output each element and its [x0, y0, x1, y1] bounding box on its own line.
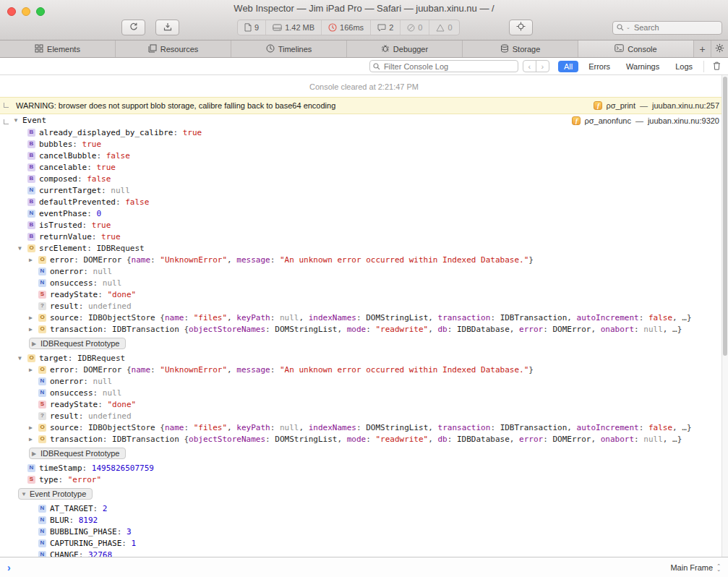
tree-row[interactable]: BreturnValue: true: [0, 231, 728, 242]
prototype-pill[interactable]: ▶IDBRequest Prototype: [29, 338, 126, 349]
tree-row[interactable]: NCHANGE: 32768: [0, 549, 728, 557]
tree-row[interactable]: SreadyState: "done": [0, 398, 728, 410]
tree-row[interactable]: NtimeStamp: 1495826507759: [0, 462, 728, 474]
collapse-triangle-icon[interactable]: ▼: [18, 355, 27, 362]
scope-logs[interactable]: Logs: [669, 61, 698, 72]
value-punct: , …}: [663, 435, 682, 444]
tab-timelines[interactable]: Timelines: [231, 40, 347, 57]
prototype-pill[interactable]: ▶IDBRequest Prototype: [29, 448, 126, 459]
filter-console-field[interactable]: [369, 60, 518, 72]
element-picker-button[interactable]: [509, 20, 533, 35]
tree-row[interactable]: Balready_displayed_by_calibre: true: [0, 127, 728, 138]
tab-label: Console: [628, 45, 656, 54]
tree-row[interactable]: BcancelBubble: false: [0, 150, 728, 161]
stat-errors[interactable]: 0: [401, 20, 429, 35]
tree-row[interactable]: ▶Osource: IDBObjectStore {name: "files",…: [0, 312, 728, 323]
prototype-row[interactable]: ▶IDBRequest Prototype: [0, 335, 728, 352]
tree-row[interactable]: ▶Oerror: DOMError {name: "UnknownError",…: [0, 364, 728, 375]
reload-button[interactable]: [121, 20, 145, 35]
console-warning-message[interactable]: WARNING: browser does not support blob s…: [0, 97, 728, 114]
collapse-triangle-icon[interactable]: ▼: [21, 491, 29, 497]
value-key: db: [438, 435, 447, 444]
source-location-link[interactable]: juuban.xinu.nu:257: [652, 101, 719, 110]
toolbar-search-field[interactable]: ⌄: [612, 21, 722, 35]
chevron-right-icon: ›: [541, 62, 544, 71]
expand-triangle-icon[interactable]: ▶: [29, 257, 38, 263]
tree-row[interactable]: Bbubbles: true: [0, 138, 728, 150]
stat-console-messages[interactable]: 2: [371, 20, 401, 35]
frame-selector[interactable]: Main Frame ⌃⌄: [670, 563, 721, 572]
tree-row[interactable]: ▶Otransaction: IDBTransaction {objectSto…: [0, 433, 728, 445]
tree-row[interactable]: NcurrentTarget: null: [0, 184, 728, 196]
close-window-button[interactable]: [7, 7, 16, 16]
prototype-row[interactable]: ▶IDBRequest Prototype: [0, 445, 728, 462]
tree-row[interactable]: ?result: undefined: [0, 410, 728, 422]
tree-row[interactable]: NAT_TARGET: 2: [0, 503, 728, 514]
expand-triangle-icon[interactable]: ▶: [29, 424, 38, 431]
search-input[interactable]: [633, 22, 718, 33]
console-prompt-input[interactable]: [15, 562, 671, 573]
search-icon: [617, 21, 624, 34]
tree-row[interactable]: BdefaultPrevented: false: [0, 196, 728, 208]
stat-warnings[interactable]: 0: [429, 20, 458, 35]
tab-console[interactable]: Console: [578, 40, 694, 57]
value-obj: DOMStringList: [275, 325, 337, 334]
tree-row[interactable]: Nonerror: null: [0, 265, 728, 277]
expand-triangle-icon[interactable]: ▶: [32, 341, 40, 347]
new-tab-button[interactable]: +: [694, 40, 711, 57]
tree-row[interactable]: ▼Otarget: IDBRequest: [0, 352, 728, 364]
filter-console-input[interactable]: [382, 61, 515, 72]
settings-button[interactable]: [711, 40, 728, 57]
tree-row[interactable]: ▶Oerror: DOMError {name: "UnknownError",…: [0, 254, 728, 265]
tree-row[interactable]: Bcancelable: true: [0, 161, 728, 173]
collapse-triangle-icon[interactable]: ▼: [13, 117, 22, 124]
value-bool: true: [92, 221, 111, 230]
previous-message-button[interactable]: ‹: [523, 61, 536, 72]
tab-elements[interactable]: Elements: [0, 40, 116, 57]
prototype-pill[interactable]: ▼Event Prototype: [18, 488, 93, 500]
expand-triangle-icon[interactable]: ▶: [29, 315, 38, 321]
source-location-link[interactable]: juuban.xinu.nu:9320: [648, 116, 719, 125]
scope-errors[interactable]: Errors: [583, 61, 616, 72]
collapse-triangle-icon[interactable]: ▼: [18, 245, 27, 252]
tree-row[interactable]: NCAPTURING_PHASE: 1: [0, 537, 728, 549]
expand-triangle-icon[interactable]: ▶: [29, 436, 38, 443]
tree-row[interactable]: Nonsuccess: null: [0, 277, 728, 288]
tree-row[interactable]: SreadyState: "done": [0, 288, 728, 300]
tree-row[interactable]: ▶Otransaction: IDBTransaction {objectSto…: [0, 323, 728, 335]
tree-row[interactable]: Stype: "error": [0, 474, 728, 485]
download-button[interactable]: [155, 20, 179, 35]
scrollbar-thumb[interactable]: [723, 77, 727, 356]
tree-row[interactable]: NBLUR: 8192: [0, 514, 728, 526]
stat-transfer-size[interactable]: 1.42 MB: [266, 20, 322, 35]
next-message-button[interactable]: ›: [536, 61, 549, 72]
expand-triangle-icon[interactable]: ▶: [29, 367, 38, 373]
console-prompt-bar: › Main Frame ⌃⌄: [0, 557, 728, 577]
tree-row[interactable]: NBUBBLING_PHASE: 3: [0, 526, 728, 537]
value-num: 8192: [79, 516, 98, 525]
scope-all[interactable]: All: [558, 61, 578, 72]
tree-row[interactable]: NeventPhase: 0: [0, 208, 728, 219]
tab-resources[interactable]: Resources: [116, 40, 231, 57]
zoom-window-button[interactable]: [36, 7, 45, 16]
expand-triangle-icon[interactable]: ▶: [32, 450, 40, 457]
tab-debugger[interactable]: Debugger: [347, 40, 463, 57]
vertical-scrollbar[interactable]: [721, 75, 728, 557]
minimize-window-button[interactable]: [22, 7, 30, 16]
tree-row[interactable]: Bcomposed: false: [0, 173, 728, 184]
console-event-message[interactable]: ▼ Event f ρσ_anonfunc — juuban.xinu.nu:9…: [0, 114, 728, 127]
tree-row[interactable]: ▼OsrcElement: IDBRequest: [0, 242, 728, 254]
stat-load-time[interactable]: 166ms: [322, 20, 371, 35]
tree-row[interactable]: BisTrusted: true: [0, 219, 728, 231]
tree-row[interactable]: ?result: undefined: [0, 300, 728, 312]
scope-warnings[interactable]: Warnings: [620, 61, 665, 72]
clear-console-button[interactable]: [709, 60, 724, 73]
tree-row[interactable]: ▶Osource: IDBObjectStore {name: "files",…: [0, 422, 728, 433]
tree-row[interactable]: Nonerror: null: [0, 375, 728, 387]
expand-triangle-icon[interactable]: ▶: [29, 326, 38, 333]
tree-row[interactable]: Nonsuccess: null: [0, 387, 728, 398]
prototype-row[interactable]: ▼Event Prototype: [0, 485, 728, 503]
tab-storage[interactable]: Storage: [463, 40, 578, 57]
stat-resources[interactable]: 9: [238, 20, 266, 35]
stat-value: 166ms: [340, 23, 364, 32]
